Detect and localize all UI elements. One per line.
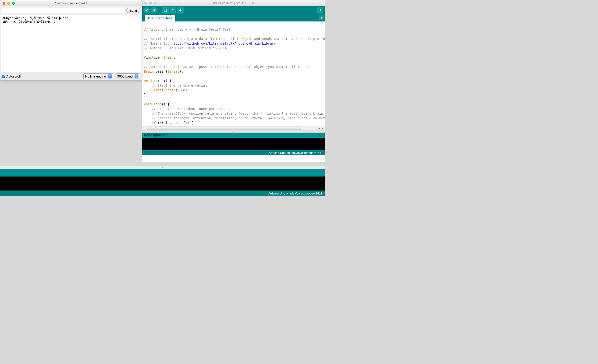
serial-monitor-window: /dev/tty.usbmodem1411 Send áßbÿzá2Â¢"?à¿… [0,0,142,80]
board-port: Arduino Uno on /dev/tty.usbmodem1411 [269,151,323,154]
save-button[interactable] [177,7,184,14]
code-token: brain( [154,70,167,73]
stepper-arrows-icon: ▲▼ [108,74,112,78]
check-icon [145,8,149,12]
code-line: // Arduino Brain Library - Brain Serial … [144,28,231,31]
code-token: begin [166,88,175,92]
send-button[interactable]: Send [126,8,140,13]
upload-button[interactable] [151,7,158,14]
code-token: void [144,79,152,83]
grip-icon: ⌃ [161,167,163,169]
code-token: (9600); [175,88,189,92]
serial-titlebar[interactable]: /dev/tty.usbmodem1411 [0,0,142,6]
scroll-left-icon[interactable]: ◀ [318,127,321,129]
serial-monitor-button[interactable] [317,7,323,14]
scrollbar-arrows: ◀ ▶ [318,126,324,130]
code-token: void [144,102,152,106]
ide-console[interactable] [0,177,325,191]
code-line: // More info: [144,41,171,45]
serial-bottom-bar: Autoscroll No line ending ▲▼ 9600 baud ▲… [0,72,142,81]
file-icon [164,8,167,12]
serial-output[interactable]: áßbÿzá2Â¢"?à¿ Ñ_Àß"#?±£?Ä?b##~þ?òá" ¢Ñ¾ … [1,15,141,72]
code-token: .h> [173,56,179,59]
ide-tabbar: BrainSerialTest ▼ [142,15,325,22]
grip-icon: ⌃ [233,131,234,133]
line-number: 19 [144,151,147,154]
serial-send-row: Send [0,6,142,15]
code-token: Brain [144,70,154,73]
sketch-tab[interactable]: BrainSerialTest [145,15,175,22]
svg-rect-0 [164,9,166,12]
code-token: ); [179,70,183,73]
ide-status-bar [0,169,325,177]
code-editor[interactable]: // Arduino Brain Library - Brain Serial … [142,22,325,126]
baud-value: 9600 baud [117,74,133,78]
ide-footer: 19 Arduino Uno on /dev/tty.usbmodem1411 [142,150,325,155]
pane-resize-handle[interactable]: ⌃ [142,130,325,133]
tab-menu-button[interactable]: ▼ [319,16,324,20]
verify-button[interactable] [143,7,150,14]
code-line: } [144,93,146,97]
code-token: Serial [152,88,164,92]
autoscroll-input[interactable] [2,75,5,78]
stepper-arrows-icon: ▲▼ [134,74,138,78]
line-ending-select[interactable]: No line ending ▲▼ [83,73,113,79]
editor-horizontal-scrollbar[interactable]: ◀ ▶ [142,126,325,130]
arrow-up-icon [171,8,175,12]
code-token [152,79,154,83]
serial-send-input[interactable] [2,8,125,13]
board-port: Arduino Uno on /dev/tty.usbmodem1411 [268,192,322,195]
code-token: update [171,121,183,125]
code-token: if (brain. [144,121,171,125]
scrollbar-thumb[interactable] [147,127,301,130]
open-button[interactable] [170,7,176,14]
background-ide-strip: ⌃ Arduino Uno on /dev/tty.usbmodem1411 [0,166,325,196]
ide-title: BrainSerialTest | Arduino 1.0.5 [142,1,325,5]
serial-title: /dev/tty.usbmodem1411 [0,1,142,5]
line-ending-value: No line ending [85,74,106,78]
code-token: setup [154,79,164,83]
magnifier-icon [318,8,322,12]
code-line: // The .readCSV() function returns a str… [144,112,325,115]
status-text: Done uploading. [144,133,170,137]
ide-titlebar[interactable]: BrainSerialTest | Arduino 1.0.5 [142,0,325,6]
tab-label: BrainSerialTest [148,16,172,20]
code-line: // Set up the brain parser, pass it the … [144,65,311,69]
code-token: () { [164,79,171,83]
ide-console[interactable] [142,138,325,150]
svg-point-1 [319,9,321,11]
code-line: // Start the hardware serial. [144,84,209,87]
autoscroll-label: Autoscroll [6,74,21,78]
chevron-down-icon: ▼ [320,16,323,19]
code-line: // Expect packets about once per second. [144,107,231,111]
code-line: // Description: Grabs brain data from th… [144,37,325,41]
ide-status-bar: Done uploading. [142,133,325,138]
code-line: // Author: Eric Mika, 2010 revised in 20… [144,46,227,50]
code-token: ()) { [183,121,193,125]
code-token: () { [162,102,170,106]
autoscroll-checkbox[interactable]: Autoscroll [2,74,21,78]
code-token [144,88,152,92]
arrow-down-icon [178,8,182,12]
code-token: . [164,88,165,92]
code-token [152,102,154,106]
arrow-right-icon [152,8,156,12]
ide-footer: Arduino Uno on /dev/tty.usbmodem1411 [0,191,325,196]
code-token: Brain [164,56,173,59]
ide-toolbar [142,6,325,15]
code-token: Serial [167,70,179,73]
scroll-right-icon[interactable]: ▶ [321,127,324,129]
pane-resize-handle[interactable]: ⌃ [0,166,325,169]
comment-link[interactable]: https://github.com/kitschpatrol/Arduino-… [171,41,276,45]
code-token: #include < [144,56,164,59]
baud-rate-select[interactable]: 9600 baud ▲▼ [116,73,140,79]
code-token: loop [154,102,162,106]
new-button[interactable] [162,7,169,14]
arduino-ide-window: BrainSerialTest | Arduino 1.0.5 BrainSer… [142,0,325,162]
code-line: // "signal strength, attention, meditati… [144,116,325,120]
